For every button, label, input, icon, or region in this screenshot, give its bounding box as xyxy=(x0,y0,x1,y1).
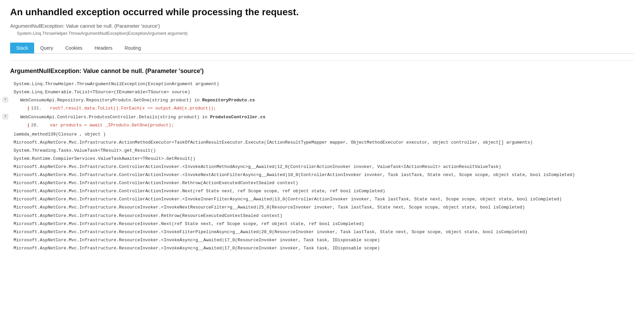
list-item: Microsoft.AspNetCore.Mvc.Infrastructure.… xyxy=(10,244,634,252)
tab-routing[interactable]: Routing xyxy=(119,43,147,53)
list-item: Microsoft.AspNetCore.Mvc.Infrastructure.… xyxy=(10,171,634,179)
stack-frame-text: Microsoft.AspNetCore.Mvc.Infrastructure.… xyxy=(14,246,380,251)
stack-frame-text: System.Threading.Tasks.ValueTask<TResult… xyxy=(14,148,156,153)
stack-frame-text: System.Linq.ThrowHelper.ThrowArgumentNul… xyxy=(14,81,219,87)
stack-frame-text: WebConsumoApi.Repository.RepositoryProdu… xyxy=(20,98,255,103)
stack-frame-text: Microsoft.AspNetCore.Mvc.Infrastructure.… xyxy=(14,205,525,210)
line-number: 131. xyxy=(31,105,45,112)
stack-frame-text: Microsoft.AspNetCore.Mvc.Infrastructure.… xyxy=(14,140,533,145)
tab-headers[interactable]: Headers xyxy=(89,43,119,53)
stack-list: System.Linq.ThrowHelper.ThrowArgumentNul… xyxy=(10,80,634,252)
list-item: Microsoft.AspNetCore.Mvc.Infrastructure.… xyxy=(10,187,634,195)
stack-frame-text: Microsoft.AspNetCore.Mvc.Infrastructure.… xyxy=(14,238,380,243)
section-divider xyxy=(10,60,634,61)
tab-stack[interactable]: Stack xyxy=(10,43,34,53)
expand-button[interactable]: + xyxy=(3,114,8,119)
line-number: 28. xyxy=(31,122,45,129)
list-item: Microsoft.AspNetCore.Mvc.Infrastructure.… xyxy=(10,179,634,187)
bar-indicator: | xyxy=(27,122,30,129)
stack-frame-text: lambda_method139(Closure , object ) xyxy=(14,132,106,137)
list-item: Microsoft.AspNetCore.Mvc.Infrastructure.… xyxy=(10,220,634,228)
list-item: Microsoft.AspNetCore.Mvc.Infrastructure.… xyxy=(10,139,634,147)
stack-frame-text: WebConsumoApi.Controllers.ProdutosContro… xyxy=(20,115,266,120)
list-item: lambda_method139(Closure , object ) xyxy=(10,130,634,139)
stack-frame-text: Microsoft.AspNetCore.Mvc.Infrastructure.… xyxy=(14,221,364,226)
list-item: System.Linq.ThrowHelper.ThrowArgumentNul… xyxy=(10,80,634,88)
list-item: System.Linq.Enumerable.ToList<TSource>(I… xyxy=(10,88,634,96)
section-title: ArgumentNullException: Value cannot be n… xyxy=(10,65,634,75)
stack-frame-text: Microsoft.AspNetCore.Mvc.Infrastructure.… xyxy=(14,197,562,202)
list-item: Microsoft.AspNetCore.Mvc.Infrastructure.… xyxy=(10,236,634,244)
bar-indicator: | xyxy=(27,105,30,112)
list-item-expandable: + WebConsumoApi.Repository.RepositoryPro… xyxy=(10,96,634,113)
list-item: Microsoft.AspNetCore.Mvc.Infrastructure.… xyxy=(10,228,634,236)
list-item-expandable: + WebConsumoApi.Controllers.ProdutosCont… xyxy=(10,113,634,130)
exception-text: ArgumentNullException: Value cannot be n… xyxy=(10,23,160,29)
code-line: | 131. root?.result.data.ToList().ForEac… xyxy=(27,105,634,112)
code-content: root?.result.data.ToList().ForEach(x => … xyxy=(50,105,216,112)
stack-frame-text: Microsoft.AspNetCore.Mvc.Infrastructure.… xyxy=(14,229,527,235)
tab-query[interactable]: Query xyxy=(34,43,59,53)
stack-frame-text: System.Linq.Enumerable.ToList<TSource>(I… xyxy=(14,90,190,95)
list-item: System.Runtime.CompilerServices.ValueTas… xyxy=(10,155,634,163)
list-item: System.Threading.Tasks.ValueTask<TResult… xyxy=(10,147,634,155)
tab-cookies[interactable]: Cookies xyxy=(59,43,89,53)
page-title: An unhandled exception occurred while pr… xyxy=(10,7,634,18)
stack-frame-text: Microsoft.AspNetCore.Mvc.Infrastructure.… xyxy=(14,189,385,194)
page-container: An unhandled exception occurred while pr… xyxy=(0,0,644,259)
list-item: Microsoft.AspNetCore.Mvc.Infrastructure.… xyxy=(10,212,634,220)
code-content: var products = await _IProduto.GetOne(pr… xyxy=(50,122,174,129)
list-item: Microsoft.AspNetCore.Mvc.Infrastructure.… xyxy=(10,163,634,171)
stack-frame-text: System.Runtime.CompilerServices.ValueTas… xyxy=(14,156,195,161)
expand-button[interactable]: + xyxy=(3,97,8,102)
list-item: Microsoft.AspNetCore.Mvc.Infrastructure.… xyxy=(10,203,634,212)
tabs-bar: Stack Query Cookies Headers Routing xyxy=(10,43,634,54)
stack-frame-text: Microsoft.AspNetCore.Mvc.Infrastructure.… xyxy=(14,172,575,177)
code-line: | 28. var products = await _IProduto.Get… xyxy=(27,122,634,129)
stack-frame-text: Microsoft.AspNetCore.Mvc.Infrastructure.… xyxy=(14,213,282,218)
stack-frame-text: Microsoft.AspNetCore.Mvc.Infrastructure.… xyxy=(14,164,501,169)
stack-frame-text: Microsoft.AspNetCore.Mvc.Infrastructure.… xyxy=(14,180,298,186)
list-item: Microsoft.AspNetCore.Mvc.Infrastructure.… xyxy=(10,195,634,203)
exception-type: ArgumentNullException: Value cannot be n… xyxy=(10,23,634,29)
stack-trace-short: System.Linq.ThrowHelper.ThrowArgumentNul… xyxy=(17,31,634,36)
